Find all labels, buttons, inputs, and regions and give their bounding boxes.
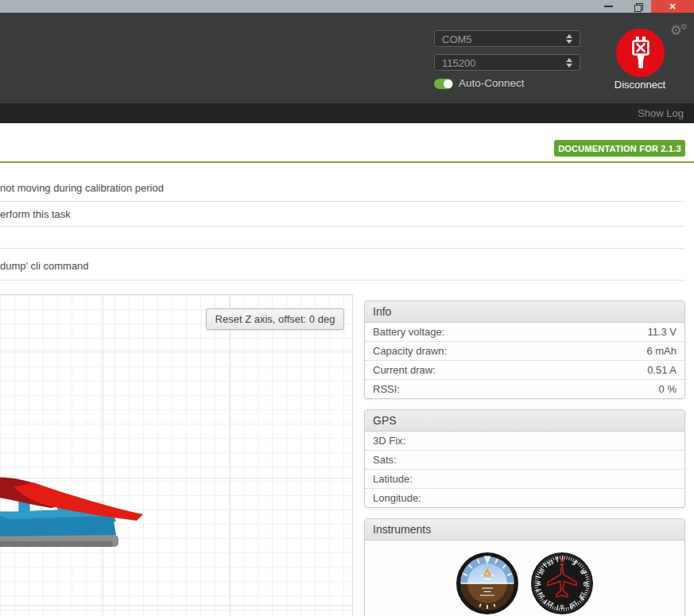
rssi-row: RSSI: 0 % (365, 380, 684, 398)
capacity-drawn-row: Capacity drawn: 6 mAh (365, 342, 684, 361)
current-draw-row: Current draw: 0.51 A (365, 361, 684, 380)
auto-connect-label: Auto-Connect (459, 77, 525, 89)
usb-disconnect-icon (629, 37, 653, 70)
battery-voltage-label: Battery voltage: (373, 323, 444, 341)
row-separator (0, 280, 685, 281)
minimize-icon (604, 6, 613, 7)
current-draw-value: 0.51 A (647, 361, 677, 379)
gear-small-icon: ⚙ (680, 22, 688, 31)
row-separator (0, 226, 685, 227)
instruments-box: Instruments (364, 518, 685, 616)
close-icon: ✕ (669, 2, 676, 12)
setup-tab-content: DOCUMENTATION FOR 2.1.3 not moving durin… (0, 123, 694, 616)
row-separator (0, 248, 685, 249)
disconnect-button[interactable] (616, 29, 665, 77)
note-backup-restore: dump' cli command (0, 260, 685, 272)
gps-sats-label: Sats: (373, 451, 397, 469)
gps-fix-label: 3D Fix: (373, 432, 405, 450)
note-calibrate-mag: erform this task (0, 208, 685, 220)
spinner-arrows-icon (566, 33, 573, 45)
port-select-value: COM5 (442, 33, 472, 45)
capacity-drawn-label: Capacity drawn: (373, 342, 447, 360)
row-separator (0, 201, 685, 202)
gps-longitude-label: Longitude: (373, 489, 421, 507)
gps-latitude-row: Latitude: (365, 470, 684, 489)
auto-connect-toggle[interactable] (434, 79, 453, 89)
window-titlebar: ✕ (0, 0, 694, 13)
attitude-indicator-icon (456, 552, 519, 615)
gps-latitude-label: Latitude: (373, 470, 413, 488)
show-log-link[interactable]: Show Log (638, 103, 684, 123)
instruments-box-title: Instruments (365, 519, 684, 540)
disconnect-label[interactable]: Disconnect (604, 79, 676, 91)
close-button[interactable]: ✕ (651, 0, 694, 13)
gps-box-title: GPS (365, 410, 684, 432)
model-3d-viewport[interactable]: Reset Z axis, offset: 0 deg (0, 294, 353, 616)
gps-fix-row: 3D Fix: (365, 432, 684, 451)
gps-box: GPS 3D Fix: Sats: Latitude: Longitude: (364, 409, 685, 508)
restore-icon (634, 3, 642, 10)
instruments-body: N 3 6 E 12 15 S 21 24 W 30 33 (365, 540, 684, 615)
gps-sats-row: Sats: (365, 451, 684, 470)
current-draw-label: Current draw: (373, 361, 436, 379)
app-header: ⚙⚙ COM5 115200 Auto-Connect Disconnect (0, 13, 694, 103)
settings-button[interactable]: ⚙⚙ (670, 22, 689, 39)
baud-select-value: 115200 (442, 57, 475, 69)
note-calibrate-acc: not moving during calibration period (0, 182, 685, 194)
port-select[interactable]: COM5 (434, 30, 580, 47)
compass-n: N (560, 557, 564, 563)
battery-voltage-value: 11.3 V (647, 323, 677, 341)
heading-indicator-icon: N 3 6 E 12 15 S 21 24 W 30 33 (530, 552, 594, 615)
minimize-button[interactable] (592, 0, 624, 13)
toggle-knob (444, 79, 452, 88)
betaflight-configurator-window: ✕ ⚙⚙ COM5 115200 Auto-Connect (0, 0, 694, 616)
heading-underline (0, 161, 694, 163)
battery-voltage-row: Battery voltage: 11.3 V (365, 323, 684, 342)
spinner-arrows-icon (566, 57, 573, 68)
compass-e: E (583, 582, 588, 586)
info-box-title: Info (365, 301, 684, 323)
compass-w: W (536, 580, 541, 586)
rssi-value: 0 % (659, 380, 677, 398)
rssi-label: RSSI: (373, 380, 400, 398)
info-box: Info Battery voltage: 11.3 V Capacity dr… (364, 300, 685, 399)
log-bar: Show Log (0, 103, 694, 123)
reset-z-axis-button[interactable]: Reset Z axis, offset: 0 deg (206, 308, 344, 330)
compass-s: S (560, 604, 564, 610)
quadcopter-3d-model (0, 471, 169, 555)
restore-button[interactable] (624, 0, 651, 13)
capacity-drawn-value: 6 mAh (646, 342, 677, 360)
baud-select[interactable]: 115200 (434, 54, 580, 71)
documentation-button[interactable]: DOCUMENTATION FOR 2.1.3 (554, 140, 685, 157)
gps-longitude-row: Longitude: (365, 489, 684, 507)
